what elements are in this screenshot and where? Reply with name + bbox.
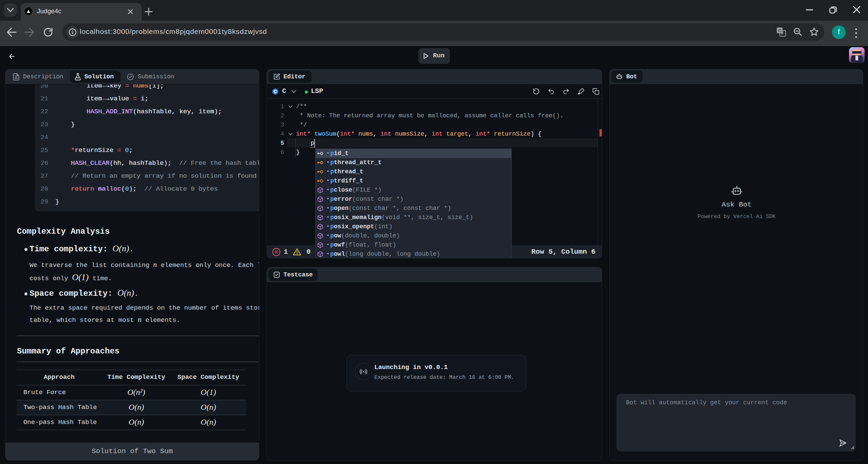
svg-text:C: C xyxy=(274,90,277,94)
